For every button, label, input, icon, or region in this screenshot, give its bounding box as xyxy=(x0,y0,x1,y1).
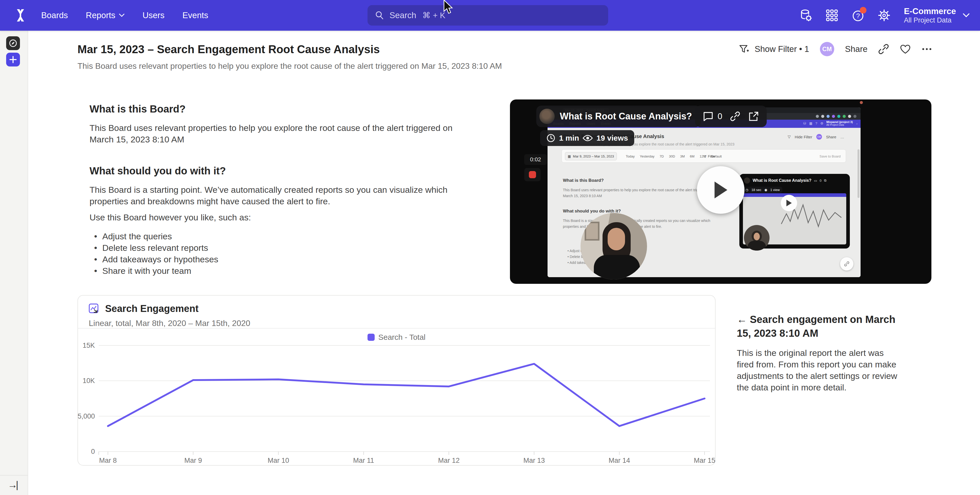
usage-bullet-list: Adjust the queries Delete less relevant … xyxy=(92,231,218,277)
mini-section-paragraph: This Board uses relevant properties to h… xyxy=(563,187,711,199)
project-switcher[interactable]: E-Commerce All Project Data xyxy=(904,6,956,24)
comment-count: 0 xyxy=(718,111,722,121)
clock-icon xyxy=(546,134,555,143)
video-actions-pill: 0 xyxy=(695,106,767,127)
top-navigation-bar: Boards Reports Users Events Search ⌘ + K xyxy=(0,0,980,31)
video-player-card[interactable]: Mar 15, 2023 – Search Enga… BoardsReport… xyxy=(510,99,931,284)
recording-timer: 0:02 xyxy=(524,154,547,165)
card-divider xyxy=(78,328,715,329)
svg-text:Mar 11: Mar 11 xyxy=(353,457,374,464)
search-icon xyxy=(375,11,384,20)
nested-avatar xyxy=(744,177,750,183)
line-chart-icon xyxy=(89,304,99,314)
list-item: Share it with your team xyxy=(92,265,218,277)
report-annotation: ← Search engagement on March 15, 2023 8:… xyxy=(737,312,903,393)
presenter-avatar xyxy=(539,109,555,124)
data-management-icon[interactable] xyxy=(799,9,812,22)
svg-text:Mar 14: Mar 14 xyxy=(609,457,630,464)
video-duration: 1 min xyxy=(559,134,579,142)
discover-compass-button[interactable] xyxy=(6,36,20,50)
search-shortcut: ⌘ + K xyxy=(423,11,445,20)
settings-gear-icon[interactable] xyxy=(878,9,891,22)
plus-icon xyxy=(9,56,17,64)
project-chevron-down-icon[interactable] xyxy=(963,13,970,18)
nav-item-boards[interactable]: Boards xyxy=(41,11,68,20)
list-item: Adjust the queries xyxy=(92,231,218,242)
report-card-search-engagement[interactable]: Search Engagement Linear, total, Mar 8th… xyxy=(78,295,716,466)
mini-scrollbar xyxy=(858,149,859,198)
section2-heading: What should you do with it? xyxy=(89,165,226,177)
notification-dot xyxy=(860,7,867,14)
search-placeholder: Search xyxy=(390,11,416,20)
mixpanel-logo-icon[interactable] xyxy=(13,8,28,22)
webcam-bubble xyxy=(581,213,647,280)
nested-video-meta: ◷18 sec ◉1 view xyxy=(743,187,782,193)
nav-items: Boards Reports Users Events xyxy=(41,0,208,31)
svg-text:?: ? xyxy=(856,12,860,20)
comment-icon[interactable] xyxy=(703,111,714,122)
page-title: Mar 15, 2023 – Search Engagement Root Ca… xyxy=(78,43,380,56)
apps-grid-icon[interactable] xyxy=(826,9,838,22)
copy-link-icon[interactable] xyxy=(878,44,889,54)
list-item: Add takeaways or hypotheses xyxy=(92,254,218,265)
video-views: 19 views xyxy=(597,134,628,142)
eye-icon xyxy=(582,134,593,142)
annotation-heading[interactable]: ← Search engagement on March 15, 2023 8:… xyxy=(737,312,903,340)
chart-subtitle: Linear, total, Mar 8th, 2020 – Mar 15th,… xyxy=(89,318,250,328)
mini-section-heading: What is this Board? xyxy=(563,178,604,183)
video-title-pill: What is Root Cause Analysis? xyxy=(536,106,701,127)
svg-text:10K: 10K xyxy=(83,377,95,385)
add-board-button[interactable] xyxy=(6,53,20,67)
svg-text:15K: 15K xyxy=(83,342,95,349)
project-name: E-Commerce xyxy=(904,6,956,16)
mini-date-controls: ▦Mar 9, 2023 – Mar 15, 2023 TodayYesterd… xyxy=(562,149,846,162)
nav-item-users[interactable]: Users xyxy=(142,11,164,20)
expand-sidebar-icon[interactable]: →| xyxy=(8,479,18,490)
left-sidebar: →| xyxy=(0,31,28,495)
list-item: Delete less relevant reports xyxy=(92,242,218,254)
search-input[interactable]: Search ⌘ + K xyxy=(368,5,608,25)
mini-board-toolbar: ▽Hide Filter CM Share … xyxy=(788,134,844,140)
page-subtitle: This Board uses relevant properties to h… xyxy=(78,61,502,71)
project-scope: All Project Data xyxy=(904,16,956,24)
record-stop-button[interactable] xyxy=(524,168,541,181)
nested-video-title: What is Root Cause Analysis? xyxy=(752,178,811,183)
svg-text:Mar 10: Mar 10 xyxy=(268,457,289,464)
help-icon[interactable]: ? xyxy=(852,9,864,22)
section1-paragraph: This Board uses relevant properties to h… xyxy=(89,122,476,145)
svg-text:Mar 8: Mar 8 xyxy=(99,457,117,464)
chevron-down-icon xyxy=(119,14,124,17)
svg-text:Mar 12: Mar 12 xyxy=(438,457,460,464)
svg-text:5,000: 5,000 xyxy=(78,412,95,420)
link-icon[interactable] xyxy=(730,111,741,122)
annotation-body: This is the original report the alert wa… xyxy=(737,347,903,393)
recording-dot xyxy=(860,101,863,104)
svg-text:0: 0 xyxy=(91,448,95,455)
svg-text:Mar 15: Mar 15 xyxy=(694,457,715,464)
compass-icon xyxy=(8,38,18,48)
nav-item-reports[interactable]: Reports xyxy=(86,11,125,20)
video-meta-pill: 1 min 19 views xyxy=(540,130,634,146)
filter-icon[interactable] xyxy=(738,43,749,55)
mouse-cursor xyxy=(443,0,454,14)
play-button[interactable] xyxy=(697,166,745,214)
chart-title: Search Engagement xyxy=(105,303,199,314)
nested-video-card: What is Root Cause Analysis? ▭0⧉ ◷18 sec… xyxy=(739,174,850,248)
chart-plot-area[interactable]: 05,00010K15KMar 8Mar 9Mar 10Mar 11Mar 12… xyxy=(78,339,716,466)
board-toolbar: Show Filter • 1 CM Share xyxy=(738,41,932,57)
svg-text:Mar 13: Mar 13 xyxy=(523,457,545,464)
avatar[interactable]: CM xyxy=(820,42,834,56)
svg-text:Mar 9: Mar 9 xyxy=(185,457,202,464)
section1-heading: What is this Board? xyxy=(89,103,186,115)
nested-play-button[interactable] xyxy=(781,195,797,211)
nav-item-events[interactable]: Events xyxy=(182,11,208,20)
open-external-icon[interactable] xyxy=(748,111,759,122)
sidebar-divider xyxy=(0,475,28,476)
section2-paragraph-2: Use this Board however you like, such as… xyxy=(89,212,476,223)
mini-extension-icons xyxy=(816,115,856,118)
show-filter-button[interactable]: Show Filter • 1 xyxy=(755,44,809,54)
favorite-heart-icon[interactable] xyxy=(900,44,911,54)
share-button[interactable]: Share xyxy=(845,44,867,54)
nested-webcam-bubble xyxy=(744,225,770,251)
more-options-icon[interactable] xyxy=(922,48,932,51)
